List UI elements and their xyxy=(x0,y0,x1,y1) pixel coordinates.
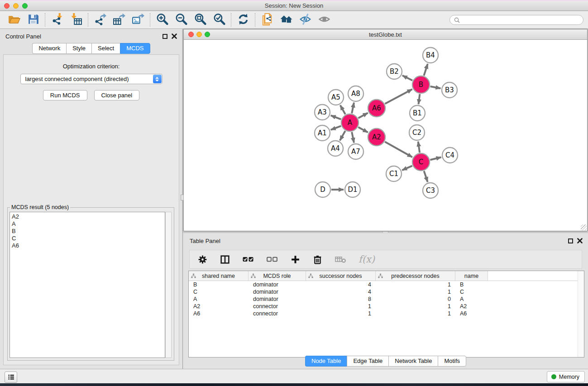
network-canvas[interactable]: B4B2BB3A8A5A6A3B1AC2A1A2A4A7C4CC1DD1C3 xyxy=(184,40,587,230)
close-window-button[interactable] xyxy=(4,3,10,9)
table-cell[interactable]: 1 xyxy=(376,281,455,288)
search-box[interactable] xyxy=(449,15,583,25)
table-row[interactable]: Bdominator41B xyxy=(189,281,584,288)
resize-grip-icon[interactable] xyxy=(581,224,587,230)
close-table-panel-icon[interactable] xyxy=(577,238,583,243)
memory-button[interactable]: Memory xyxy=(547,371,585,382)
table-row[interactable]: A6connector11A6 xyxy=(189,310,584,317)
edge-C-C2[interactable] xyxy=(418,142,420,152)
column-header-shared-name[interactable]: shared name xyxy=(189,271,249,281)
table-cell[interactable]: B xyxy=(189,281,249,288)
search-input[interactable] xyxy=(462,17,579,23)
table-cell[interactable]: 1 xyxy=(376,288,455,295)
table-cell[interactable]: C xyxy=(189,288,249,295)
export-image-button[interactable] xyxy=(129,12,148,28)
table-cell[interactable]: dominator xyxy=(249,288,306,295)
table-cell[interactable]: connector xyxy=(249,303,306,310)
edge-A-A8[interactable] xyxy=(352,103,354,114)
table-row[interactable]: Adominator80A xyxy=(189,295,584,303)
edge-A-A3[interactable] xyxy=(331,115,341,119)
mcds-result-item[interactable]: A6 xyxy=(12,242,165,249)
split-view-icon[interactable] xyxy=(220,254,230,265)
mcds-list-scrollbar[interactable] xyxy=(165,212,172,358)
table-cell[interactable]: A6 xyxy=(189,310,249,317)
hide-graphics-details-button[interactable] xyxy=(296,12,315,28)
show-panels-button[interactable] xyxy=(5,372,17,383)
table-scrollbar[interactable] xyxy=(578,271,584,357)
close-panel-button[interactable]: Close panel xyxy=(94,90,140,100)
tab-network[interactable]: Network xyxy=(32,43,66,54)
criterion-select[interactable]: largest connected component (directed) xyxy=(20,74,163,84)
edge-B-B4[interactable] xyxy=(424,64,427,76)
mcds-result-item[interactable]: B xyxy=(12,228,165,235)
network-zoom-button[interactable] xyxy=(205,32,210,37)
export-network-button[interactable] xyxy=(91,12,110,28)
edge-B-B1[interactable] xyxy=(419,94,420,104)
table-cell[interactable]: A2 xyxy=(455,303,488,310)
mcds-result-item[interactable]: A2 xyxy=(12,213,165,220)
tab-network-table[interactable]: Network Table xyxy=(388,356,438,367)
mcds-result-list[interactable]: A2ABCA6 xyxy=(10,212,165,358)
edge-A-A1[interactable] xyxy=(331,126,341,130)
add-row-icon[interactable] xyxy=(290,254,301,265)
network-close-button[interactable] xyxy=(188,32,194,37)
select-all-icon[interactable] xyxy=(242,254,254,264)
node-table[interactable]: shared nameMCDS rolesuccessor nodesprede… xyxy=(188,271,584,357)
edge-A2-C[interactable] xyxy=(385,142,412,157)
column-header-name[interactable]: name xyxy=(455,271,488,281)
mcds-result-item[interactable]: A xyxy=(12,220,165,228)
tab-select[interactable]: Select xyxy=(91,43,120,54)
table-cell[interactable]: 4 xyxy=(306,288,376,295)
delete-row-icon[interactable] xyxy=(312,254,323,265)
export-table-button[interactable] xyxy=(110,12,129,28)
edge-B-B2[interactable] xyxy=(402,76,412,81)
table-cell[interactable]: A xyxy=(455,295,488,303)
table-cell[interactable]: 1 xyxy=(376,303,455,310)
table-cell[interactable]: dominator xyxy=(249,295,306,303)
table-row[interactable]: Cdominator41C xyxy=(189,288,584,295)
edge-B-B3[interactable] xyxy=(430,86,441,88)
table-cell[interactable]: dominator xyxy=(249,281,306,288)
tab-edge-table[interactable]: Edge Table xyxy=(347,356,388,367)
close-panel-icon[interactable] xyxy=(172,33,177,39)
show-graphics-details-button[interactable] xyxy=(315,12,334,28)
table-cell[interactable]: C xyxy=(455,288,488,295)
mcds-result-item[interactable]: C xyxy=(12,235,165,242)
vertical-divider-grip[interactable] xyxy=(181,195,184,200)
table-cell[interactable]: 4 xyxy=(306,281,376,288)
zoom-in-button[interactable] xyxy=(153,12,172,28)
import-network-button[interactable] xyxy=(48,12,67,28)
column-header-predecessor-nodes[interactable]: predecessor nodes xyxy=(376,271,455,281)
network-window-titlebar[interactable]: testGlobe.txt xyxy=(184,29,587,40)
minimize-window-button[interactable] xyxy=(13,3,19,9)
home-button[interactable] xyxy=(277,12,296,28)
settings-icon[interactable] xyxy=(197,254,208,265)
zoom-selected-button[interactable] xyxy=(210,12,229,28)
table-cell[interactable]: A xyxy=(189,295,249,303)
edge-A-A5[interactable] xyxy=(340,105,345,114)
table-cell[interactable]: connector xyxy=(249,310,306,317)
table-cell[interactable]: 1 xyxy=(376,310,455,317)
tab-style[interactable]: Style xyxy=(66,43,91,54)
table-cell[interactable]: 1 xyxy=(306,310,376,317)
float-table-panel-icon[interactable] xyxy=(568,238,573,243)
tab-motifs[interactable]: Motifs xyxy=(438,356,466,367)
edge-A6-B[interactable] xyxy=(385,89,412,104)
edge-A-A6[interactable] xyxy=(358,113,368,118)
refresh-button[interactable] xyxy=(234,12,253,28)
table-cell[interactable]: 8 xyxy=(306,295,376,303)
table-cell[interactable]: 0 xyxy=(376,295,455,303)
column-header-MCDS-role[interactable]: MCDS role xyxy=(249,271,306,281)
edge-C-C1[interactable] xyxy=(402,166,412,170)
zoom-out-button[interactable] xyxy=(172,12,191,28)
edge-C-C4[interactable] xyxy=(430,157,441,160)
edge-C-C3[interactable] xyxy=(424,171,428,182)
table-cell[interactable]: 1 xyxy=(306,303,376,310)
float-panel-icon[interactable] xyxy=(163,34,167,39)
zoom-window-button[interactable] xyxy=(22,3,28,9)
edge-A-A7[interactable] xyxy=(352,132,354,143)
table-cell[interactable]: A2 xyxy=(189,303,249,310)
save-session-button[interactable] xyxy=(24,12,43,28)
table-cell[interactable]: A6 xyxy=(455,310,488,317)
network-minimize-button[interactable] xyxy=(196,32,202,37)
